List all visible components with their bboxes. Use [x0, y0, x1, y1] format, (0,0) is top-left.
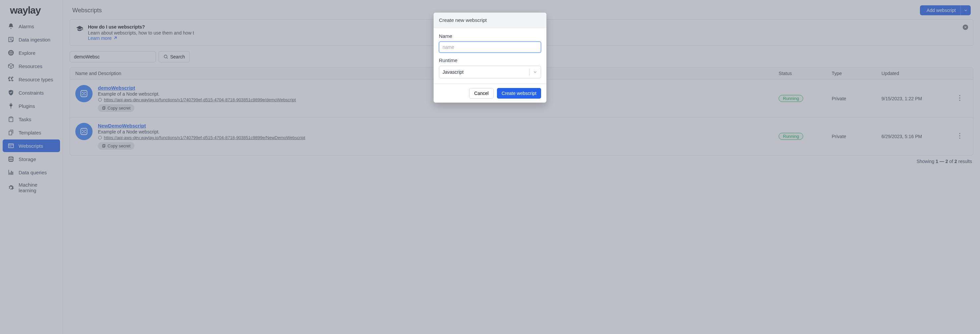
modal-overlay[interactable]: Create new webscript Name Runtime Javasc… — [0, 0, 980, 334]
name-label: Name — [439, 33, 541, 39]
name-input[interactable] — [439, 42, 541, 53]
runtime-select[interactable]: Javascript — [439, 66, 541, 78]
modal-title: Create new webscript — [434, 13, 546, 28]
runtime-value: Javascript — [442, 69, 463, 75]
chevron-down-icon — [529, 69, 538, 75]
runtime-label: Runtime — [439, 58, 541, 63]
cancel-button[interactable]: Cancel — [469, 88, 494, 99]
create-webscript-button[interactable]: Create webscript — [497, 88, 541, 99]
create-webscript-modal: Create new webscript Name Runtime Javasc… — [434, 13, 546, 102]
